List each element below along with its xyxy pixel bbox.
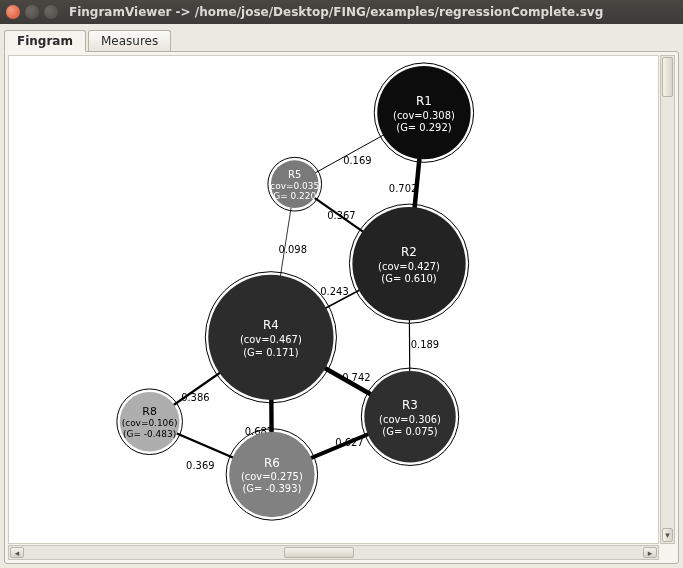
maximize-icon[interactable] — [44, 5, 58, 19]
node-r3-cov: (cov=0.306) — [379, 414, 441, 425]
tab-measures[interactable]: Measures — [88, 30, 171, 51]
edge-label-r1-r2: 0.702 — [389, 183, 417, 194]
node-r5-cov: cov=0.035 — [270, 181, 319, 191]
edge-label-r8-r6: 0.369 — [186, 460, 214, 471]
tab-fingram[interactable]: Fingram — [4, 30, 86, 52]
graph-viewport[interactable]: 0.169 0.702 0.367 0.098 0.243 0.189 0.74… — [8, 55, 659, 544]
horizontal-scrollbar[interactable]: ◂ ▸ — [8, 545, 659, 560]
close-icon[interactable] — [6, 5, 20, 19]
scroll-right-icon[interactable]: ▸ — [643, 547, 657, 558]
tab-panel: 0.169 0.702 0.367 0.098 0.243 0.189 0.74… — [4, 51, 679, 564]
tab-bar: Fingram Measures — [4, 26, 679, 51]
node-r6-cov: (cov=0.275) — [241, 471, 303, 482]
node-r4-g: (G= 0.171) — [243, 347, 298, 358]
node-r2[interactable]: R2 (cov=0.427) (G= 0.610) — [349, 204, 468, 323]
node-r4[interactable]: R4 (cov=0.467) (G= 0.171) — [205, 272, 336, 403]
node-r8-g: (G= -0.483) — [123, 429, 176, 439]
node-r6[interactable]: R6 (cov=0.275) (G= -0.393) — [226, 429, 317, 520]
node-r2-cov: (cov=0.427) — [378, 261, 440, 272]
node-r4-cov: (cov=0.467) — [240, 334, 302, 345]
window-titlebar: FingramViewer -> /home/jose/Desktop/FING… — [0, 0, 683, 24]
node-r1-name: R1 — [416, 94, 432, 108]
node-r4-name: R4 — [263, 318, 279, 332]
node-r3[interactable]: R3 (cov=0.306) (G= 0.075) — [361, 368, 458, 465]
node-r8[interactable]: R8 (cov=0.106) (G= -0.483) — [117, 389, 183, 455]
fingram-graph: 0.169 0.702 0.367 0.098 0.243 0.189 0.74… — [9, 56, 658, 543]
node-r1[interactable]: R1 (cov=0.308) (G= 0.292) — [374, 63, 473, 162]
vscroll-thumb[interactable] — [662, 57, 673, 97]
edge-label-r2-r3: 0.189 — [411, 339, 439, 350]
scroll-down-icon[interactable]: ▾ — [662, 528, 673, 542]
node-r1-cov: (cov=0.308) — [393, 110, 455, 121]
node-r8-cov: (cov=0.106) — [122, 418, 178, 428]
node-r3-name: R3 — [402, 398, 418, 412]
node-r3-g: (G= 0.075) — [382, 426, 437, 437]
edge-label-r5-r4: 0.098 — [279, 244, 307, 255]
vertical-scrollbar[interactable]: ▾ — [660, 55, 675, 544]
edge-label-r1-r5: 0.169 — [343, 155, 371, 166]
node-r1-g: (G= 0.292) — [396, 122, 451, 133]
hscroll-thumb[interactable] — [284, 547, 354, 558]
minimize-icon[interactable] — [25, 5, 39, 19]
edge-label-r6-r3: 0.627 — [335, 437, 363, 448]
hscroll-track[interactable] — [25, 547, 642, 558]
edge-label-r2-r4: 0.243 — [320, 286, 348, 297]
node-r5[interactable]: R5 cov=0.035 G= 0.220 — [268, 157, 322, 211]
scroll-left-icon[interactable]: ◂ — [10, 547, 24, 558]
window-title: FingramViewer -> /home/jose/Desktop/FING… — [69, 5, 603, 19]
edge-label-r4-r8: 0.386 — [181, 392, 209, 403]
edge-label-r5-r2: 0.367 — [327, 210, 355, 221]
app-body: Fingram Measures 0.169 0.702 0.367 0.098… — [0, 24, 683, 568]
node-r5-g: G= 0.220 — [273, 191, 316, 201]
node-r6-g: (G= -0.393) — [242, 483, 301, 494]
node-r2-name: R2 — [401, 245, 417, 259]
edge-label-r4-r3: 0.742 — [342, 372, 370, 383]
node-r2-g: (G= 0.610) — [381, 273, 436, 284]
node-r5-name: R5 — [288, 169, 301, 180]
node-r6-name: R6 — [264, 456, 280, 470]
node-r8-name: R8 — [142, 405, 157, 418]
